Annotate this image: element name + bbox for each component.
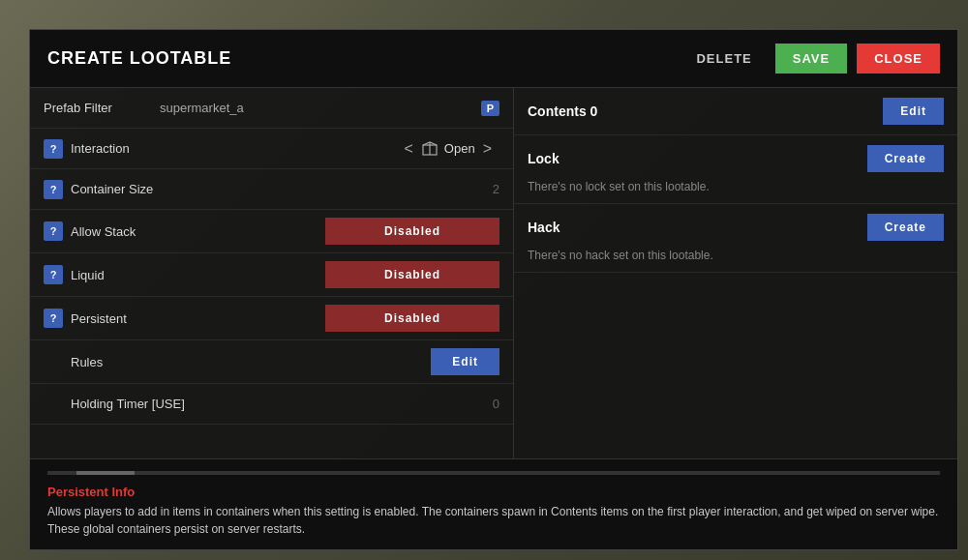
modal-container: CREATE LOOTABLE DELETE SAVE CLOSE Prefab…: [29, 29, 958, 550]
prefab-filter-label: Prefab Filter: [44, 101, 160, 115]
interaction-value: Open: [421, 140, 475, 158]
container-size-label: Container Size: [71, 182, 493, 196]
prefab-filter-row: Prefab Filter supermarket_a P: [30, 88, 513, 129]
modal-header: CREATE LOOTABLE DELETE SAVE CLOSE: [30, 30, 957, 88]
interaction-label: Interaction: [71, 141, 397, 156]
hack-info: There's no hack set on this lootable.: [528, 245, 944, 262]
holding-timer-value: 0: [493, 397, 499, 411]
holding-timer-label: Holding Timer [USE]: [44, 397, 493, 411]
allow-stack-help-button[interactable]: ?: [44, 221, 63, 241]
modal-body: Prefab Filter supermarket_a P ? Interact…: [30, 88, 957, 458]
container-size-row: ? Container Size 2: [30, 169, 513, 210]
scrollbar[interactable]: [47, 471, 940, 475]
allow-stack-label: Allow Stack: [71, 224, 325, 239]
interaction-row: ? Interaction < Open >: [30, 129, 513, 169]
persistent-row: ? Persistent Disabled: [30, 297, 513, 340]
persistent-toggle[interactable]: Disabled: [325, 305, 499, 332]
rules-edit-button[interactable]: Edit: [431, 348, 499, 375]
lock-header: Lock Create: [528, 145, 944, 172]
right-panel: Contents 0 Edit Lock Create There's no l…: [514, 88, 957, 458]
persistent-label: Persistent: [71, 311, 325, 326]
lock-section: Lock Create There's no lock set on this …: [514, 135, 957, 204]
container-size-help-button[interactable]: ?: [44, 180, 63, 199]
lock-label: Lock: [528, 151, 867, 166]
modal-footer: Persistent Info Allows players to add in…: [30, 458, 957, 549]
liquid-row: ? Liquid Disabled: [30, 253, 513, 297]
save-button[interactable]: SAVE: [775, 44, 847, 74]
hack-create-button[interactable]: Create: [867, 214, 944, 241]
delete-button[interactable]: DELETE: [682, 44, 765, 74]
hack-header: Hack Create: [528, 214, 944, 241]
close-button[interactable]: CLOSE: [857, 44, 940, 74]
interaction-text: Open: [444, 141, 475, 156]
scrollbar-thumb: [76, 471, 135, 475]
interaction-help-button[interactable]: ?: [44, 139, 63, 159]
holding-timer-row: Holding Timer [USE] 0: [30, 384, 513, 425]
modal-title: CREATE LOOTABLE: [47, 48, 673, 69]
prefab-badge: P: [481, 101, 499, 116]
rules-label: Rules: [44, 355, 431, 369]
hack-section: Hack Create There's no hack set on this …: [514, 204, 957, 273]
contents-section: Contents 0 Edit: [514, 88, 957, 135]
lock-create-button[interactable]: Create: [867, 145, 944, 172]
contents-label: Contents 0: [528, 103, 883, 119]
persistent-help-button[interactable]: ?: [44, 309, 63, 328]
liquid-toggle[interactable]: Disabled: [325, 261, 499, 288]
lock-info: There's no lock set on this lootable.: [528, 176, 944, 193]
persistent-info-text: Allows players to add in items in contai…: [47, 503, 940, 538]
interaction-arrow-right[interactable]: >: [475, 138, 499, 160]
prefab-filter-value: supermarket_a: [160, 101, 473, 115]
contents-edit-button[interactable]: Edit: [883, 98, 944, 125]
container-size-value: 2: [493, 182, 499, 196]
rules-row: Rules Edit: [30, 340, 513, 384]
liquid-label: Liquid: [71, 268, 325, 282]
box-icon: [421, 140, 439, 158]
contents-count: 0: [590, 103, 598, 119]
allow-stack-toggle[interactable]: Disabled: [325, 218, 499, 245]
hack-label: Hack: [528, 220, 867, 235]
allow-stack-row: ? Allow Stack Disabled: [30, 210, 513, 253]
interaction-arrow-left[interactable]: <: [397, 138, 421, 160]
left-panel: Prefab Filter supermarket_a P ? Interact…: [30, 88, 514, 458]
persistent-info-title: Persistent Info: [47, 485, 940, 499]
liquid-help-button[interactable]: ?: [44, 265, 63, 284]
